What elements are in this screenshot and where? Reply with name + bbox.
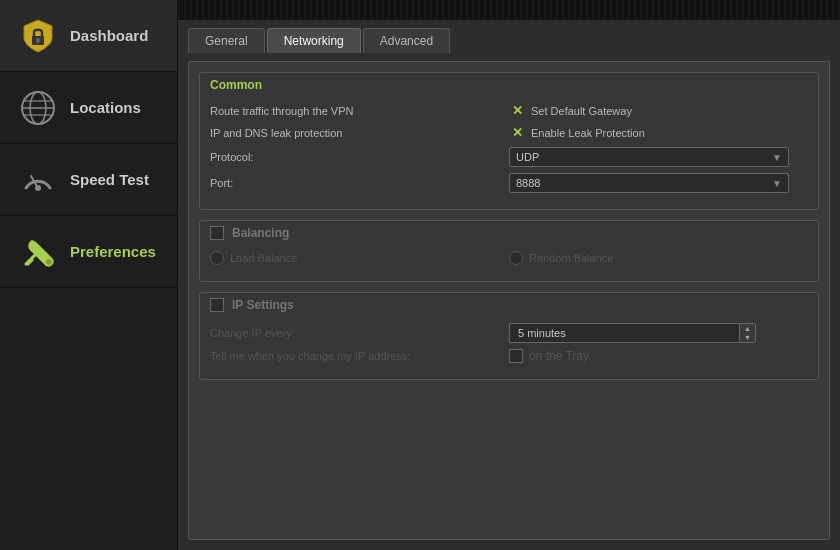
preferences-icon <box>16 230 60 274</box>
svg-rect-2 <box>37 40 39 43</box>
load-balance-radio[interactable] <box>210 251 224 265</box>
balancing-checkbox[interactable] <box>210 226 224 240</box>
protocol-dropdown[interactable]: UDP ▼ <box>509 147 789 167</box>
set-default-gateway-check: ✕ <box>509 103 525 119</box>
sidebar-label-locations: Locations <box>70 99 141 116</box>
sidebar-item-speed-test[interactable]: Speed Test <box>0 144 177 216</box>
protocol-dropdown-arrow: ▼ <box>772 152 782 163</box>
load-balance-option[interactable]: Load Balance <box>210 251 297 265</box>
ip-settings-checkbox[interactable] <box>210 298 224 312</box>
sidebar-item-preferences[interactable]: Preferences <box>0 216 177 288</box>
on-tray-checkbox[interactable] <box>509 349 523 363</box>
balancing-options-row: Load Balance Random Balance <box>210 251 808 265</box>
random-balance-option[interactable]: Random Balance <box>509 251 613 265</box>
svg-point-9 <box>35 185 41 191</box>
content-panel: Common Route traffic through the VPN ✕ S… <box>188 61 830 540</box>
ip-settings-section-body: Change IP every: 5 minutes ▲ ▼ <box>200 317 818 379</box>
dashboard-icon <box>16 14 60 58</box>
common-section-title: Common <box>200 73 818 97</box>
enable-leak-protection-check: ✕ <box>509 125 525 141</box>
protocol-row: Protocol: UDP ▼ <box>210 147 808 167</box>
route-traffic-row: Route traffic through the VPN ✕ Set Defa… <box>210 103 808 119</box>
ip-dns-label: IP and DNS leak protection <box>210 127 342 139</box>
balancing-section-body: Load Balance Random Balance <box>200 245 818 281</box>
top-bar <box>178 0 840 20</box>
main-area: General Networking Advanced Common Route… <box>178 0 840 550</box>
tab-networking[interactable]: Networking <box>267 28 361 53</box>
ip-settings-section-title: IP Settings <box>232 298 294 312</box>
random-balance-radio[interactable] <box>509 251 523 265</box>
change-ip-label: Change IP every: <box>210 327 330 339</box>
port-row: Port: 8888 ▼ <box>210 173 808 193</box>
sidebar-label-speed-test: Speed Test <box>70 171 149 188</box>
protocol-value: UDP <box>516 151 539 163</box>
svg-point-10 <box>46 259 52 265</box>
tell-me-label: Tell me when you change my IP address: <box>210 350 410 362</box>
on-tray-wrap[interactable]: on the Tray <box>509 349 589 363</box>
locations-icon <box>16 86 60 130</box>
sidebar-item-locations[interactable]: Locations <box>0 72 177 144</box>
tab-advanced[interactable]: Advanced <box>363 28 450 53</box>
speed-test-icon <box>16 158 60 202</box>
sidebar-label-dashboard: Dashboard <box>70 27 148 44</box>
tab-bar: General Networking Advanced <box>188 28 830 53</box>
change-ip-field[interactable]: 5 minutes <box>509 323 739 343</box>
ip-dns-row: IP and DNS leak protection ✕ Enable Leak… <box>210 125 808 141</box>
enable-leak-protection-item[interactable]: ✕ Enable Leak Protection <box>509 125 645 141</box>
route-traffic-label: Route traffic through the VPN <box>210 105 354 117</box>
ip-settings-section: IP Settings Change IP every: 5 minutes <box>199 292 819 380</box>
tab-general[interactable]: General <box>188 28 265 53</box>
common-section-body: Route traffic through the VPN ✕ Set Defa… <box>200 97 818 209</box>
spinner-down-btn[interactable]: ▼ <box>740 333 755 342</box>
sidebar-item-dashboard[interactable]: Dashboard <box>0 0 177 72</box>
protocol-label: Protocol: <box>210 151 330 163</box>
port-value: 8888 <box>516 177 540 189</box>
sidebar: Dashboard Locations Speed Test <box>0 0 178 550</box>
common-section: Common Route traffic through the VPN ✕ S… <box>199 72 819 210</box>
change-ip-value: 5 minutes <box>518 327 566 339</box>
change-ip-spinner[interactable]: 5 minutes ▲ ▼ <box>509 323 756 343</box>
enable-leak-protection-label: Enable Leak Protection <box>531 127 645 139</box>
port-dropdown[interactable]: 8888 ▼ <box>509 173 789 193</box>
random-balance-label: Random Balance <box>529 252 613 264</box>
balancing-section-title: Balancing <box>232 226 289 240</box>
set-default-gateway-item[interactable]: ✕ Set Default Gateway <box>509 103 632 119</box>
port-dropdown-arrow: ▼ <box>772 178 782 189</box>
on-tray-label: on the Tray <box>529 349 589 363</box>
set-default-gateway-label: Set Default Gateway <box>531 105 632 117</box>
sidebar-label-preferences: Preferences <box>70 243 156 260</box>
load-balance-label: Load Balance <box>230 252 297 264</box>
spinner-up-btn[interactable]: ▲ <box>740 324 755 333</box>
change-ip-row: Change IP every: 5 minutes ▲ ▼ <box>210 323 808 343</box>
tell-me-row: Tell me when you change my IP address: o… <box>210 349 808 363</box>
port-label: Port: <box>210 177 330 189</box>
balancing-section: Balancing Load Balance Random Balance <box>199 220 819 282</box>
spinner-buttons: ▲ ▼ <box>739 323 756 343</box>
